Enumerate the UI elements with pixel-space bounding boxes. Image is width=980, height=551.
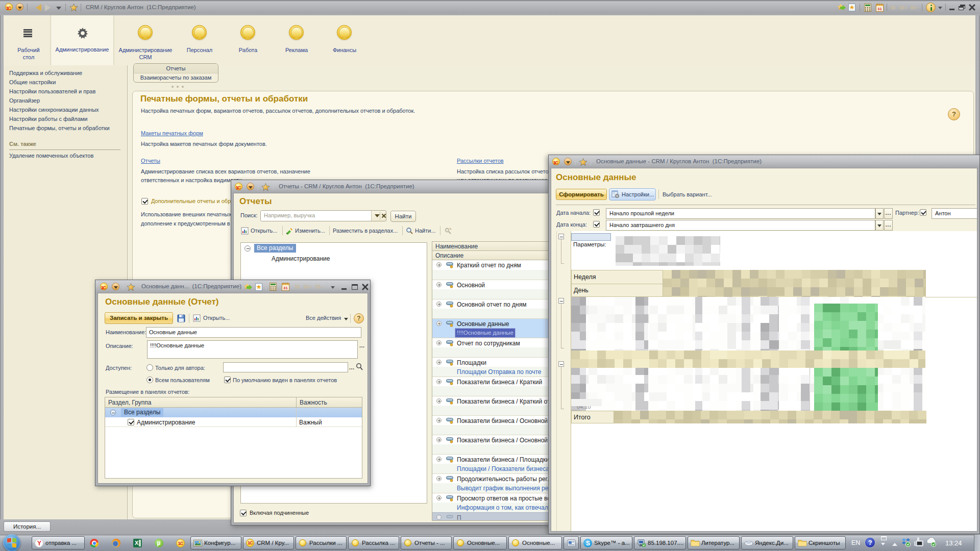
svg-text:31: 31 bbox=[877, 7, 882, 11]
svg-text:31: 31 bbox=[283, 286, 288, 290]
